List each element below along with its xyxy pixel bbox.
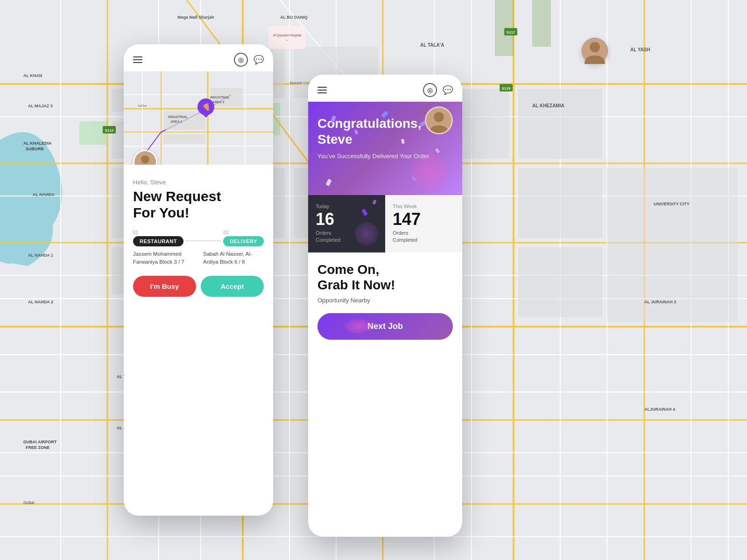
menu-icon-right[interactable] (317, 87, 327, 93)
header-icons-left: ◎ 💬 (234, 53, 264, 67)
step1-num: 01 (133, 230, 138, 235)
svg-rect-38 (532, 0, 551, 47)
svg-text:ALJURAINAH 4: ALJURAINAH 4 (644, 407, 675, 412)
stat-today: Today 16 OrdersCompleted (308, 195, 385, 252)
step-connector (185, 240, 221, 241)
mini-map-left: INDUSTRIAL AREA 1 INDUSTRIAL AREA 2 صناع… (124, 71, 273, 165)
svg-text:AL BU DANIQ: AL BU DANIQ (280, 15, 308, 20)
svg-text:S117: S117 (507, 30, 515, 35)
request-title: New Request For You! (133, 189, 264, 221)
svg-text:+: + (286, 39, 288, 42)
phone-content-left: Hello, Steve New Request For You! 01 RES… (124, 165, 273, 306)
confetti-7 (325, 179, 331, 186)
svg-rect-47 (518, 89, 602, 159)
svg-text:Mega Mall Sharjah: Mega Mall Sharjah (177, 15, 214, 20)
svg-text:AL JURAINAH 3: AL JURAINAH 3 (644, 300, 676, 304)
svg-text:S112: S112 (105, 128, 114, 133)
svg-text:Dubai: Dubai (23, 500, 35, 505)
grab-section: Come On, Grab It Now! Opportunity Nearby… (308, 252, 462, 344)
week-label: This Week (393, 203, 455, 209)
glow-stat (355, 222, 378, 245)
step1-item: 01 RESTAURANT (133, 230, 183, 246)
svg-text:AL NAHDA: AL NAHDA (33, 192, 55, 197)
svg-point-125 (434, 112, 444, 122)
grab-title: Come On, Grab It Now! (317, 262, 453, 293)
svg-text:DUBAI AIRPORT: DUBAI AIRPORT (23, 440, 57, 444)
svg-rect-113 (163, 134, 205, 144)
svg-text:AL NAHDA 2: AL NAHDA 2 (28, 300, 53, 304)
svg-text:S119: S119 (502, 86, 511, 91)
week-number: 147 (393, 211, 455, 228)
step1-label: RESTAURANT (133, 236, 183, 246)
location-icon-left[interactable]: ◎ (234, 53, 248, 67)
avatar-right (425, 106, 453, 134)
svg-text:AL TALA'A: AL TALA'A (420, 42, 444, 48)
svg-marker-121 (203, 114, 209, 117)
congrats-banner: Congratulations, Steve You've Successful… (308, 102, 462, 195)
delivery-pin: 🍕 (197, 98, 214, 119)
svg-text:AL KHALEDIA: AL KHALEDIA (23, 141, 52, 146)
phone-header-left: ◎ 💬 (124, 44, 273, 71)
svg-rect-99 (268, 26, 306, 49)
svg-point-127 (590, 42, 600, 52)
chat-icon-right[interactable]: 💬 (443, 85, 453, 95)
today-label: Today (316, 203, 378, 209)
menu-icon-left[interactable] (133, 56, 142, 63)
svg-text:AL YASH: AL YASH (630, 47, 650, 52)
svg-point-123 (141, 155, 149, 164)
step2-num: 02 (223, 230, 228, 235)
glow-pink (411, 153, 448, 190)
svg-text:Al Qassimi Hospital: Al Qassimi Hospital (273, 34, 302, 37)
info2-text: Sabah Al Nasser, Al-Ardiya Block 6 / 8 (203, 250, 264, 266)
svg-rect-54 (518, 168, 602, 238)
svg-rect-55 (518, 247, 602, 317)
svg-text:INDUSTRIAL: INDUSTRIAL (168, 115, 188, 119)
stat-week: This Week 147 OrdersCompleted (385, 195, 462, 252)
busy-button[interactable]: I'm Busy (133, 276, 196, 297)
header-icons-right: ◎ 💬 (423, 83, 453, 97)
phone-header-right: ◎ 💬 (308, 75, 462, 102)
greeting-text: Hello, Steve (133, 179, 264, 186)
phone-card-right: ◎ 💬 Congratulations, Steve You've Succ (308, 75, 462, 537)
svg-rect-56 (607, 168, 738, 322)
yash-avatar (582, 38, 608, 64)
phone-card-left: ◎ 💬 INDUSTRIAL AREA 1 INDUSTRIAL (124, 44, 273, 516)
svg-text:AL KHAN: AL KHAN (23, 73, 42, 78)
accept-button[interactable]: Accept (201, 276, 264, 297)
svg-text:صناعية: صناعية (138, 104, 147, 107)
chat-icon-left[interactable]: 💬 (254, 55, 264, 65)
step2-item: 02 DELIVERY (223, 230, 264, 246)
steps-row: 01 RESTAURANT 02 DELIVERY (133, 230, 264, 246)
svg-text:AL NAHDA 1: AL NAHDA 1 (28, 253, 53, 258)
info1-text: Jassem Mohammed Farwaniya Block 3 / 7 (133, 250, 194, 266)
svg-text:FREE ZONE: FREE ZONE (26, 445, 50, 450)
svg-text:AL KHEZAMIA: AL KHEZAMIA (532, 103, 564, 108)
opportunity-text: Opportunity Nearby (317, 297, 453, 304)
next-job-button[interactable]: Next Job (317, 313, 453, 340)
location-icon-right[interactable]: ◎ (423, 83, 437, 97)
svg-text:AL MAJAZ 3: AL MAJAZ 3 (28, 104, 53, 108)
step2-label: DELIVERY (223, 236, 264, 246)
svg-text:UNIVERSITY CITY: UNIVERSITY CITY (654, 202, 690, 206)
steps-info: Jassem Mohammed Farwaniya Block 3 / 7 Sa… (133, 250, 264, 266)
svg-text:AREA 1: AREA 1 (170, 120, 183, 123)
svg-text:🍕: 🍕 (202, 103, 211, 111)
stats-row: Today 16 OrdersCompleted This Week 147 O… (308, 195, 462, 252)
svg-text:SUBURB: SUBURB (26, 147, 44, 151)
action-buttons: I'm Busy Accept (133, 276, 264, 297)
week-desc: OrdersCompleted (393, 230, 455, 244)
